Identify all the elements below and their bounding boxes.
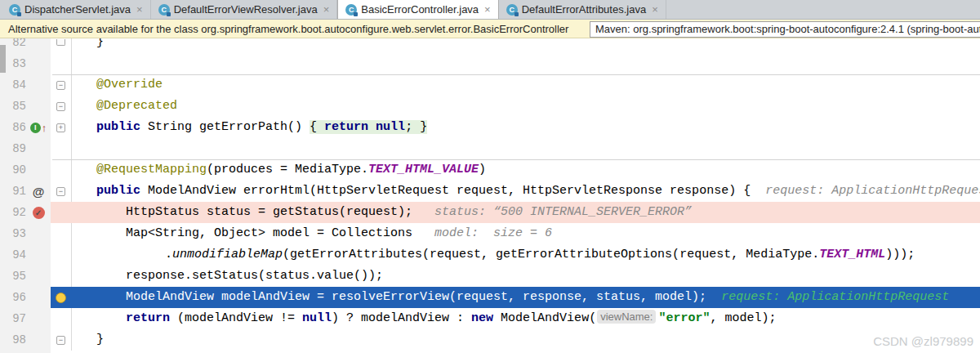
tab-close-icon[interactable]: × — [136, 4, 143, 15]
code-segment — [368, 120, 376, 134]
line-highlight-region: +public String getErrorPath() { return n… — [51, 117, 980, 138]
fold-column — [51, 308, 72, 329]
editor-line-94[interactable]: 94.unmodifiableMap(getErrorAttributes(re… — [0, 244, 980, 266]
line-number: 98 — [0, 329, 26, 351]
editor-line-92[interactable]: 92✓HttpStatus status = getStatus(request… — [0, 202, 980, 223]
tab-close-icon[interactable]: × — [323, 4, 330, 15]
fold-marker[interactable] — [56, 39, 65, 46]
fold-marker[interactable]: − — [56, 336, 65, 345]
editor-line-84[interactable]: 84−@Override — [0, 74, 980, 96]
tab-DefaultErrorViewResolver.java[interactable]: CDefaultErrorViewResolver.java× — [151, 0, 338, 19]
code-text[interactable]: @Deprecated — [72, 96, 980, 117]
code-segment: } — [96, 38, 104, 49]
code-segment: ModelAndView errorHtml(HttpServletReques… — [148, 184, 751, 198]
code-text[interactable]: @Override — [72, 74, 980, 96]
gutter-icon-cell[interactable]: ✓ — [26, 207, 51, 219]
code-text[interactable]: public String getErrorPath() { return nu… — [72, 117, 980, 138]
code-segment: return — [324, 120, 368, 134]
code-segment: (modelAndView != — [177, 311, 302, 325]
intention-bulb-icon[interactable] — [56, 293, 66, 303]
tab-BasicErrorController.java[interactable]: CBasicErrorController.java× — [337, 0, 498, 19]
code-text[interactable]: public ModelAndView errorHtml(HttpServle… — [72, 181, 980, 202]
override-up-arrow-icon: ↑ — [42, 122, 47, 134]
line-highlight-region: −@Deprecated — [51, 96, 980, 117]
editor-line-86[interactable]: 86I↑+public String getErrorPath() { retu… — [0, 117, 980, 138]
fold-column[interactable] — [51, 287, 72, 308]
code-segment: TEXT_HTML_VALUE — [368, 163, 479, 176]
gutter: 86I↑ — [0, 117, 51, 138]
code-text[interactable]: HttpStatus status = getStatus(request); … — [72, 202, 980, 223]
line-highlight-region: response.setStatus(status.value()); — [51, 266, 980, 287]
editor-line-98[interactable]: 98−} — [0, 329, 980, 351]
line-number: 89 — [0, 138, 26, 159]
code-text[interactable]: ModelAndView modelAndView = resolveError… — [72, 287, 980, 308]
tab-label: BasicErrorController.java — [361, 3, 479, 16]
fold-column — [51, 266, 72, 287]
code-segment: return — [126, 311, 177, 325]
tab-DefaultErrorAttributes.java[interactable]: CDefaultErrorAttributes.java× — [499, 0, 666, 19]
java-class-icon: C — [506, 4, 518, 16]
editor-line-82[interactable]: 82} — [0, 38, 980, 53]
code-segment: public — [96, 184, 148, 198]
tab-close-icon[interactable]: × — [484, 4, 491, 15]
fold-column[interactable]: − — [51, 329, 72, 351]
editor-line-89[interactable]: 89 — [0, 138, 980, 159]
tab-label: DefaultErrorViewResolver.java — [174, 3, 318, 16]
code-segment: ; } — [405, 120, 427, 134]
fold-marker[interactable]: − — [56, 102, 65, 111]
fold-column[interactable] — [51, 38, 72, 53]
editor-line-90[interactable]: 90@RequestMapping(produces = MediaType.T… — [0, 159, 980, 181]
fold-column[interactable]: − — [51, 96, 72, 117]
editor-line-97[interactable]: 97return (modelAndView != null) ? modelA… — [0, 308, 980, 329]
implements-marker[interactable]: I↑ — [30, 122, 47, 134]
code-text[interactable]: @RequestMapping(produces = MediaType.TEX… — [72, 159, 980, 181]
debugger-inline-hint: model: size = 6 — [412, 226, 552, 240]
gutter-icon-cell[interactable]: @ — [26, 185, 51, 199]
tab-close-icon[interactable]: × — [652, 4, 658, 15]
code-text[interactable] — [72, 138, 980, 159]
code-segment: unmodifiableMap — [172, 248, 283, 261]
code-text[interactable]: response.setStatus(status.value()); — [72, 266, 980, 287]
gutter-icon-cell[interactable]: I↑ — [26, 122, 51, 134]
fold-column — [51, 202, 72, 223]
editor-line-83[interactable]: 83 — [0, 53, 980, 74]
ide-window: CDispatcherServlet.java×CDefaultErrorVie… — [0, 0, 980, 353]
fold-column[interactable]: − — [51, 181, 72, 202]
editor-line-91[interactable]: 91@−public ModelAndView errorHtml(HttpSe… — [0, 181, 980, 202]
line-highlight-region: −@Override — [51, 74, 980, 96]
gutter: 90 — [0, 159, 51, 181]
breakpoint-icon[interactable]: ✓ — [33, 207, 45, 219]
annotation-gutter-icon: @ — [33, 185, 45, 199]
left-stripe-marker — [0, 45, 6, 73]
implements-icon: I — [30, 123, 41, 133]
editor-line-93[interactable]: 93Map<String, Object> model = Collection… — [0, 223, 980, 244]
code-text[interactable]: } — [72, 329, 980, 351]
fold-marker[interactable]: + — [56, 123, 65, 132]
line-highlight-region — [51, 138, 980, 159]
code-text[interactable]: return (modelAndView != null) ? modelAnd… — [72, 308, 980, 329]
code-text[interactable]: .unmodifiableMap(getErrorAttributes(requ… — [72, 244, 980, 266]
line-number: 96 — [0, 287, 26, 308]
fold-column[interactable]: − — [51, 74, 72, 96]
editor-line-85[interactable]: 85−@Deprecated — [0, 96, 980, 117]
code-editor[interactable]: 82}8384−@Override85−@Deprecated86I↑+publ… — [0, 38, 980, 353]
editor-line-96[interactable]: 96ModelAndView modelAndView = resolveErr… — [0, 287, 980, 308]
code-text[interactable]: } — [72, 38, 980, 53]
fold-marker[interactable]: − — [56, 81, 65, 90]
code-segment: TEXT_HTML — [819, 248, 885, 261]
code-segment: HttpStatus status = getStatus(request); — [126, 205, 412, 219]
maven-source-select[interactable]: Maven: org.springframework.boot:spring-b… — [590, 21, 980, 38]
code-text[interactable]: Map<String, Object> model = Collections … — [72, 223, 980, 244]
line-highlight-region: ModelAndView modelAndView = resolveError… — [51, 287, 980, 308]
code-text[interactable] — [72, 53, 980, 74]
gutter: 98 — [0, 329, 51, 351]
tab-DispatcherServlet.java[interactable]: CDispatcherServlet.java× — [2, 0, 151, 19]
editor-line-95[interactable]: 95response.setStatus(status.value()); — [0, 266, 980, 287]
gutter: 84 — [0, 74, 51, 96]
line-highlight-region: return (modelAndView != null) ? modelAnd… — [51, 308, 980, 329]
notification-banner: Alternative source available for the cla… — [0, 20, 980, 38]
tab-label: DefaultErrorAttributes.java — [522, 3, 646, 16]
line-number: 91 — [0, 181, 26, 202]
fold-marker[interactable]: − — [56, 187, 65, 196]
fold-column[interactable]: + — [51, 117, 72, 138]
